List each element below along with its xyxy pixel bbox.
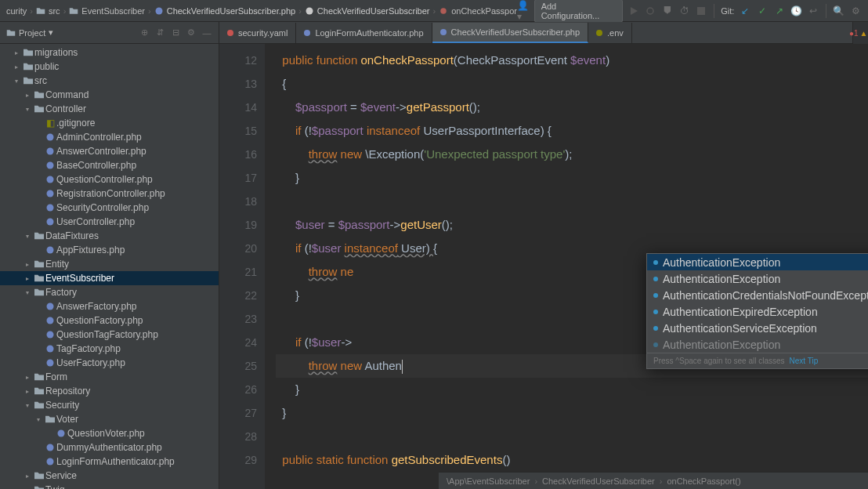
tree-file[interactable]: ◧.gitignore	[0, 116, 219, 130]
tree-file[interactable]: AdminController.php	[0, 130, 219, 144]
tree-file[interactable]: QuestionController.php	[0, 172, 219, 187]
run-config-button[interactable]: Add Configuration...	[534, 0, 623, 23]
search-icon[interactable]: 🔍	[833, 5, 845, 17]
editor-breadcrumbs: \App\EventSubscriber› CheckVerifiedUserS…	[439, 472, 868, 489]
tree-file[interactable]: UserFactory.php	[0, 356, 219, 370]
tree-folder[interactable]: ▾DataFixtures	[0, 229, 219, 243]
tree-file[interactable]: DummyAuthenticator.php	[0, 440, 219, 455]
project-tree[interactable]: ▸migrations▸public▾src▸Command▾Controlle…	[0, 44, 219, 489]
svg-point-12	[47, 247, 54, 254]
top-toolbar: curity› src› EventSubscriber› CheckVerif…	[0, 0, 868, 22]
tree-file[interactable]: BaseController.php	[0, 158, 219, 172]
gutter: 121314151617181920212223242526272829	[219, 44, 265, 489]
select-file-icon[interactable]: ⊕	[139, 27, 150, 38]
stop-icon[interactable]	[696, 5, 708, 17]
completion-hint: Press ^Space again to see all classesNex…	[647, 353, 868, 368]
tree-folder[interactable]: ▸Form	[0, 370, 219, 384]
settings-icon[interactable]: ⚙	[849, 5, 862, 17]
editor-tab[interactable]: .env	[588, 23, 632, 43]
svg-point-15	[47, 331, 54, 339]
tree-folder[interactable]: ▸migrations	[0, 45, 219, 60]
tree-file[interactable]: TagFactory.php	[0, 342, 219, 356]
completion-item[interactable]: AuthenticationException[Symfony\Compon…	[647, 270, 868, 287]
svg-point-2	[440, 8, 447, 14]
editor-tabs: security.yamlLoginFormAuthenticator.phpC…	[219, 22, 868, 44]
svg-point-3	[647, 8, 653, 14]
svg-point-1	[306, 7, 313, 14]
tree-folder[interactable]: ▸Command	[0, 88, 219, 102]
project-tool-title[interactable]: Project ▾	[6, 27, 53, 38]
tree-file[interactable]: AppFixtures.php	[0, 243, 219, 257]
editor-tab[interactable]: LoginFormAuthenticator.php	[296, 23, 432, 43]
git-update-icon[interactable]: ↙	[739, 5, 751, 17]
next-tip-link[interactable]: Next Tip	[790, 357, 819, 365]
git-label: Git:	[721, 6, 734, 16]
tree-file[interactable]: QuestionFactory.php	[0, 313, 219, 328]
tree-folder[interactable]: ▾Factory	[0, 285, 219, 299]
svg-point-18	[58, 430, 65, 437]
tree-folder[interactable]: ▾src	[0, 74, 219, 88]
expand-icon[interactable]: ⇵	[154, 27, 165, 38]
tree-folder[interactable]: ▸EventSubscriber	[0, 271, 219, 285]
tree-folder[interactable]: ▾Controller	[0, 102, 219, 116]
tree-file[interactable]: RegistrationController.php	[0, 187, 219, 201]
tree-folder[interactable]: ▸Service	[0, 469, 219, 483]
svg-point-5	[47, 134, 54, 141]
tree-folder[interactable]: ▾Twig	[0, 483, 219, 489]
tree-file[interactable]: QuestionTagFactory.php	[0, 328, 219, 342]
tree-file[interactable]: AnswerFactory.php	[0, 299, 219, 313]
tree-file[interactable]: UserController.php	[0, 215, 219, 229]
debug-icon[interactable]	[645, 5, 657, 17]
svg-point-0	[155, 7, 162, 14]
completion-item[interactable]: AuthenticationException[MongoDB\Driver…	[647, 254, 868, 270]
tree-file[interactable]: LoginFormAuthenticator.php	[0, 455, 219, 469]
git-history-icon[interactable]: 🕓	[790, 5, 802, 17]
svg-point-10	[47, 205, 54, 212]
profile-icon[interactable]: ⏱	[678, 5, 691, 17]
run-icon[interactable]	[627, 5, 640, 17]
svg-point-19	[47, 444, 54, 451]
svg-point-9	[47, 190, 54, 197]
editor-tab[interactable]: CheckVerifiedUserSubscriber.php	[432, 23, 588, 43]
coverage-icon[interactable]: ⛊	[661, 5, 674, 17]
tree-folder[interactable]: ▾Voter	[0, 412, 219, 426]
tree-folder[interactable]: ▾Security	[0, 398, 219, 412]
tree-file[interactable]: QuestionVoter.php	[0, 426, 219, 440]
tree-folder[interactable]: ▸public	[0, 60, 219, 74]
tree-file[interactable]: SecurityController.php	[0, 201, 219, 215]
project-sidebar: Project ▾ ⊕ ⇵ ⊟ ⚙ — ▸migrations▸public▾s…	[0, 22, 219, 489]
collapse-icon[interactable]: ⊟	[170, 27, 181, 38]
svg-point-13	[47, 303, 54, 310]
svg-point-8	[47, 176, 54, 183]
tree-folder[interactable]: ▸Entity	[0, 257, 219, 271]
svg-point-11	[47, 219, 54, 226]
tree-folder[interactable]: ▸Repository	[0, 384, 219, 398]
completion-item[interactable]: AuthenticationCredentialsNotFoundExcept…	[647, 287, 868, 303]
completion-item[interactable]: AuthenticationException[Cassandra\Exce…	[647, 336, 868, 353]
git-push-icon[interactable]: ↗	[773, 5, 786, 17]
completion-item[interactable]: AuthenticationExpiredException[Symfony…	[647, 303, 868, 320]
completion-popup[interactable]: AuthenticationException[MongoDB\Driver…A…	[646, 253, 868, 369]
svg-rect-4	[697, 7, 705, 15]
svg-point-7	[47, 162, 54, 169]
tool-settings-icon[interactable]: ⚙	[186, 27, 197, 38]
svg-point-6	[47, 148, 54, 155]
svg-point-20	[47, 458, 54, 465]
git-commit-icon[interactable]: ✓	[756, 5, 769, 17]
svg-point-14	[47, 317, 54, 324]
breadcrumb: curity› src› EventSubscriber› CheckVerif…	[0, 6, 517, 16]
git-rollback-icon[interactable]: ↩	[807, 5, 819, 17]
editor-tab[interactable]: security.yaml	[219, 23, 296, 43]
tree-file[interactable]: AnswerController.php	[0, 144, 219, 158]
svg-point-16	[47, 346, 54, 353]
hide-icon[interactable]: —	[201, 27, 212, 38]
svg-point-17	[47, 360, 54, 367]
user-icon[interactable]: 👤▾	[517, 5, 530, 17]
completion-item[interactable]: AuthenticationServiceException[Symfony…	[647, 320, 868, 336]
inspection-widget[interactable]: ●1 ▲6	[852, 22, 868, 44]
